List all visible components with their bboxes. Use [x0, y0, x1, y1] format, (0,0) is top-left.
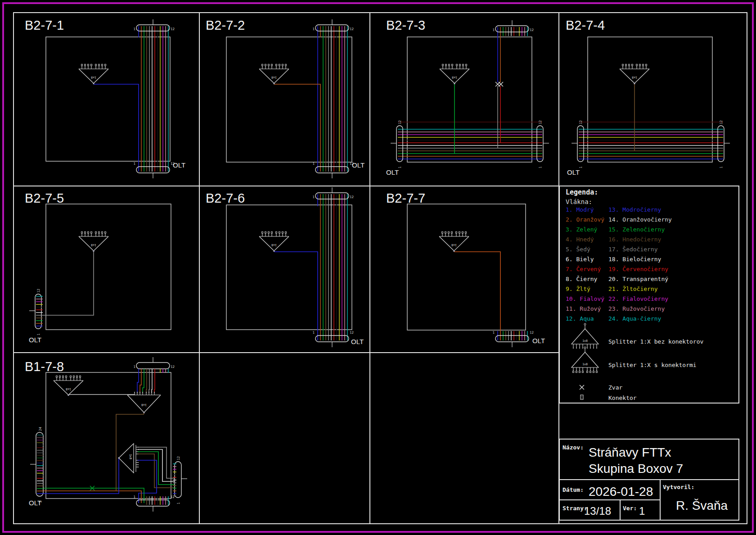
panel-title: B2-7-3: [386, 18, 425, 32]
splitter-apex-dot: [634, 83, 635, 84]
legend-fiber: 3. Zelený: [566, 226, 598, 233]
connector-pin-label: 12: [538, 120, 542, 124]
node-dot: [140, 392, 140, 393]
olt-label: OLT: [386, 168, 399, 176]
titleblock-datum-value: 2026-01-28: [589, 485, 653, 499]
legend-fiber: 23. Ružovočierny: [608, 305, 665, 312]
legend-symbol-label: Zvar: [608, 384, 622, 391]
panel-title: B2-7-2: [206, 18, 245, 32]
node-dot: [138, 462, 139, 463]
node-dot: [118, 457, 120, 459]
titleblock-nazov-label: Názov:: [562, 444, 584, 451]
node-dot: [581, 398, 582, 399]
legend-fiber: 7. Červený: [566, 266, 601, 272]
fttx-schematic-sheet: 1121121x81121121x81121211211x81211211x81…: [0, 0, 756, 535]
connector-pin-label: 12: [171, 365, 175, 369]
splitter-apex-dot: [274, 250, 275, 252]
connector-pin-label: 12: [350, 331, 354, 335]
legend-fiber: 22. Fialovočierny: [608, 295, 668, 302]
legend-subtitle: Vlákna:: [566, 198, 592, 205]
titleblock-ver-value: 1: [639, 505, 645, 517]
node-dot: [148, 392, 149, 393]
connector-pin-label: 1: [133, 162, 135, 166]
splitter-apex-dot: [454, 250, 455, 252]
legend-fiber: 20. Transparentný: [608, 276, 668, 282]
legend-fiber: 1. Modrý: [566, 206, 594, 213]
olt-label: OLT: [29, 499, 41, 507]
splitter-apex-dot: [454, 83, 455, 84]
node-dot: [146, 392, 147, 393]
node-dot: [579, 348, 580, 349]
olt-label: OLT: [532, 337, 545, 345]
node-dot: [134, 392, 135, 393]
node-dot: [590, 348, 591, 349]
connector-pin-label: 1: [492, 28, 495, 32]
connector-pin-label: 12: [579, 120, 583, 124]
legend-fiber: 4. Hnedý: [566, 236, 594, 243]
splitter-ratio-label: 1x8: [632, 76, 637, 79]
panel-title: B1-7-8: [25, 359, 64, 374]
olt-label: OLT: [352, 161, 364, 169]
node-dot: [154, 392, 155, 393]
connector-pin-label: 1: [133, 495, 135, 499]
node-dot: [581, 396, 582, 397]
legend-fiber: 6. Biely: [566, 256, 594, 263]
connector-pin-label: 12: [350, 27, 354, 31]
splitter-apex-dot: [274, 83, 275, 84]
connector-pin-label: 12: [171, 27, 175, 31]
connector-pin-label: 12: [171, 495, 175, 499]
node-dot: [576, 348, 577, 349]
legend-fiber: 21. Žltočierny: [608, 286, 658, 292]
legend-fiber: 10. Fialový: [566, 295, 604, 302]
node-dot: [596, 348, 597, 349]
legend-fiber: 11. Ružový: [566, 305, 601, 312]
titleblock-nazov-line2: Skupina Boxov 7: [589, 462, 683, 476]
connector-pin-label: 1: [312, 162, 315, 166]
legend-fiber: 5. Šedý: [566, 246, 590, 253]
connector-pin-label: 12: [36, 289, 40, 293]
connector-pin-label: 12: [530, 331, 534, 335]
node-dot: [142, 392, 143, 393]
connector-pin-label: 1: [719, 166, 723, 168]
connector-pin-label: 1: [538, 166, 542, 168]
node-dot: [593, 348, 594, 349]
node-dot: [138, 467, 139, 467]
splitter-ratio-label: 1x8: [271, 243, 277, 247]
olt-label: OLT: [351, 338, 364, 345]
panel-title: B2-7-7: [386, 191, 425, 205]
legend-fiber: 13. Modročierny: [608, 206, 662, 213]
legend-title: Legenda:: [566, 188, 598, 196]
connector-pin-label: 12: [719, 120, 723, 124]
splitter-ratio-label: 1x8: [91, 243, 96, 247]
olt-label: OLT: [173, 161, 185, 169]
connector-pin-label: 1: [176, 502, 180, 504]
splitter-apex-dot: [93, 83, 94, 84]
legend-fiber: 16. Hnedočierny: [608, 236, 662, 243]
panel-title: B2-7-4: [566, 18, 605, 32]
titleblock-ver-label: Ver:: [623, 505, 637, 512]
connector-pin-label: 12: [176, 456, 180, 460]
legend-fiber: 14. Oranžovočierny: [608, 216, 672, 223]
connector-pin-label: 12: [530, 28, 534, 32]
legend-fiber: 18. Bieločierny: [608, 256, 662, 263]
titleblock-datum-label: Dátum:: [562, 486, 584, 493]
legend-fiber: 15. Zelenočierny: [608, 226, 665, 233]
legend-fiber: 17. Šedočierny: [608, 246, 658, 253]
olt-label: OLT: [567, 168, 580, 176]
node-dot: [587, 348, 588, 349]
splitter-ratio-label: 1x8: [271, 76, 277, 79]
titleblock-nazov-line1: Stráňavy FTTx: [589, 445, 671, 459]
titleblock-vytvoril-value: R. Švaňa: [676, 499, 728, 512]
legend-fiber: 8. Čierny: [566, 276, 598, 282]
connector-pin-label: 1: [133, 365, 135, 369]
panel-title: B2-7-1: [25, 18, 64, 32]
node-dot: [582, 348, 583, 349]
connector-pin-label: 1: [312, 27, 315, 31]
splitter-ratio-label: 1x8: [129, 454, 132, 459]
legend-symbol-label: Splitter 1:X bez konektorov: [608, 338, 703, 345]
legend-fiber: 19. Červenočierny: [608, 266, 668, 272]
olt-label: OLT: [29, 336, 41, 344]
titleblock-strany-value: 13/18: [584, 505, 611, 517]
legend-symbol-label: Konektor: [608, 394, 637, 401]
legend-fiber: 2. Oranžový: [566, 216, 604, 223]
